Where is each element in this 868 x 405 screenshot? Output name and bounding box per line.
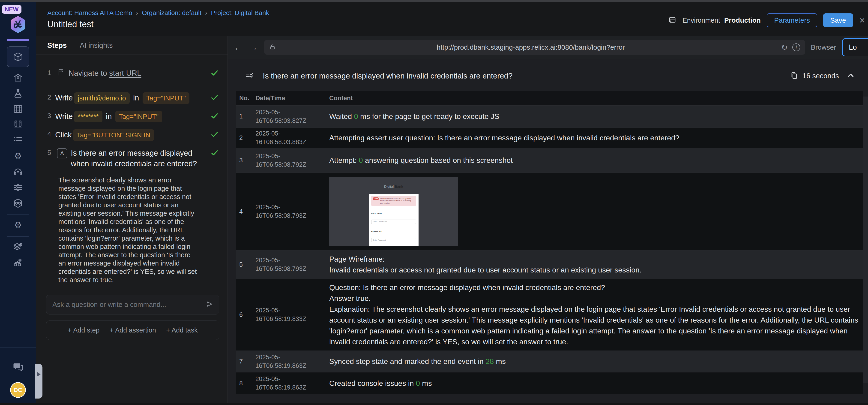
svg-text:⚙: ⚙: [14, 220, 22, 230]
sidebar-item-infinity-icon[interactable]: [13, 198, 23, 208]
refresh-icon[interactable]: ↻: [781, 43, 788, 52]
sidebar-divider: [7, 214, 29, 215]
log-text-segment: ms for the page to get ready to execute …: [358, 112, 499, 120]
log-text-segment: Attempt:: [329, 156, 359, 165]
log-row-datetime: 2025-05-16T06:58:08.793Z: [250, 256, 322, 273]
sidebar-item-list-icon[interactable]: [13, 135, 23, 146]
close-icon[interactable]: ×: [860, 15, 865, 26]
info-icon[interactable]: i: [792, 44, 800, 51]
parameters-button[interactable]: Parameters: [767, 13, 817, 27]
screenshot-thumbnail[interactable]: Digital Bank Error Invalid credentials o…: [329, 177, 458, 246]
step-success-check-icon: [210, 148, 219, 158]
step-row[interactable]: 3Write******** in Tag="INPUT": [47, 111, 219, 122]
steps-tabs: Steps AI insights: [36, 36, 227, 55]
save-button[interactable]: Save: [823, 13, 853, 27]
thumb-remember-me: ✓ Remember Me: [371, 244, 416, 246]
sidebar-item-home-icon[interactable]: [13, 72, 23, 83]
forward-icon[interactable]: →: [249, 42, 258, 52]
tab-ai-insights[interactable]: AI insights: [80, 41, 113, 54]
send-icon[interactable]: [206, 300, 213, 309]
start-url-link[interactable]: start URL: [109, 69, 141, 77]
sidebar-item-pipeline-icon[interactable]: [13, 182, 23, 193]
log-table-row: 42025-05-16T06:58:08.793Z Digital Bank E…: [236, 173, 863, 251]
sidebar-item-org-settings-icon[interactable]: [13, 257, 23, 268]
svg-text:?: ?: [16, 364, 18, 368]
green-metric-value: 0: [354, 112, 358, 120]
step-success-check-icon: [210, 68, 219, 78]
help-chat-icon[interactable]: ?: [12, 361, 24, 373]
logs-toggle[interactable]: Lo: [842, 38, 868, 56]
breadcrumb-project[interactable]: Project: Digital Bank: [211, 9, 269, 17]
browser-toggle[interactable]: Browser: [811, 44, 836, 51]
sidebar-item-support-icon[interactable]: [13, 167, 23, 177]
sidebar-item-grid-icon[interactable]: [13, 104, 23, 114]
breadcrumb-separator: ›: [205, 9, 207, 17]
log-table-row: 62025-05-16T06:58:19.833ZQuestion: Is th…: [236, 279, 863, 351]
duration-badge: 16 seconds: [802, 72, 839, 80]
add-task-button[interactable]: + Add task: [166, 326, 197, 334]
log-row-datetime: 2025-05-16T06:58:19.833Z: [250, 306, 322, 323]
step-success-check-icon: [210, 129, 219, 140]
step-text-segment: Navigate to: [68, 69, 109, 77]
log-table-row: 32025-05-16T06:58:08.792ZAttempt: 0 answ…: [236, 148, 863, 173]
harness-logo[interactable]: [8, 15, 28, 35]
step-number: 3: [47, 111, 55, 120]
locator-chip: Tag="BUTTON" SIGN IN: [73, 129, 154, 141]
log-row-content: Waited 0 ms for the page to get ready to…: [322, 108, 863, 125]
step-row[interactable]: 5AIs there an error message displayed wh…: [47, 148, 219, 169]
sidebar-item-settings-icon[interactable]: ⚙: [13, 151, 23, 162]
flag-icon: [57, 68, 65, 77]
breadcrumb-organization[interactable]: Organization: default: [142, 9, 202, 17]
step-number: 1: [47, 68, 55, 77]
logo-underline: [7, 39, 29, 41]
copy-icon[interactable]: [790, 71, 798, 80]
sidebar-item-layers-settings-icon[interactable]: [13, 242, 23, 252]
add-actions-box: + Add step + Add assertion + Add task: [46, 320, 219, 340]
value-chip: ********: [74, 111, 102, 122]
breadcrumb-account[interactable]: Account: Harness AITA Demo: [47, 9, 132, 17]
step-text-segment: in: [104, 112, 114, 120]
page-title: Untitled test: [47, 20, 94, 29]
scrollbar[interactable]: [863, 96, 868, 383]
log-row-content: Page Wireframe:Invalid credentials or ac…: [322, 251, 863, 279]
log-row-datetime: 2025-05-16T06:58:19.863Z: [250, 375, 322, 392]
thumb-error-badge: Error: [373, 197, 379, 200]
step-text: Navigate to start URL: [68, 68, 208, 79]
ask-command-input[interactable]: [52, 300, 206, 309]
step-row[interactable]: 2Writejsmith@demo.io in Tag="INPUT": [47, 92, 219, 104]
breadcrumb-separator: ›: [136, 9, 138, 17]
sidebar: NEW ⚙⚙ ? DC: [0, 2, 36, 403]
step-row[interactable]: 1Navigate to start URL: [47, 68, 219, 79]
sidebar-item-modules-icon[interactable]: [7, 47, 29, 67]
log-row-content: Question: Is there an error message disp…: [322, 279, 863, 350]
thumb-error-text: Invalid credentials or access not grante…: [380, 197, 412, 204]
sidebar-item-lab-icon[interactable]: [13, 88, 23, 98]
user-avatar[interactable]: DC: [10, 382, 26, 398]
step-explanation: The screenshot clearly shows an error me…: [58, 176, 197, 284]
url-text[interactable]: http://prod.dbank.staging-apps.relicx.ai…: [280, 44, 781, 51]
panel-collapse-handle[interactable]: [35, 364, 42, 399]
add-assertion-button[interactable]: + Add assertion: [110, 326, 156, 334]
log-row-number: 1: [236, 113, 250, 120]
add-step-button[interactable]: + Add step: [68, 326, 100, 334]
step-text-segment: in: [131, 93, 141, 102]
new-badge: NEW: [2, 5, 22, 13]
sidebar-item-cards-icon[interactable]: [13, 119, 23, 130]
log-row-datetime: 2025-05-16T06:58:03.827Z: [250, 108, 322, 125]
checklist-icon: [245, 71, 254, 81]
url-bar[interactable]: http://prod.dbank.staging-apps.relicx.ai…: [264, 40, 805, 55]
log-text-segment: Created console issues in: [329, 379, 416, 387]
step-row[interactable]: 4ClickTag="BUTTON" SIGN IN: [47, 129, 219, 141]
sidebar-item-project-settings-icon[interactable]: ⚙: [13, 220, 23, 230]
log-text-segment: ms: [494, 357, 506, 366]
chevron-up-icon[interactable]: [847, 71, 855, 80]
back-icon[interactable]: ←: [234, 42, 243, 52]
log-row-content: Attempting assert user question: Is ther…: [322, 129, 863, 147]
step-number: 5: [47, 148, 55, 156]
tab-steps[interactable]: Steps: [47, 41, 67, 54]
locator-chip: Tag="INPUT": [115, 111, 162, 122]
page-header: Account: Harness AITA Demo › Organizatio…: [36, 2, 868, 36]
environment-value[interactable]: Production: [724, 17, 761, 24]
log-table-row: 72025-05-16T06:58:19.863ZSynced step sta…: [236, 351, 863, 372]
log-question-row[interactable]: Is there an error message displayed when…: [228, 59, 868, 91]
